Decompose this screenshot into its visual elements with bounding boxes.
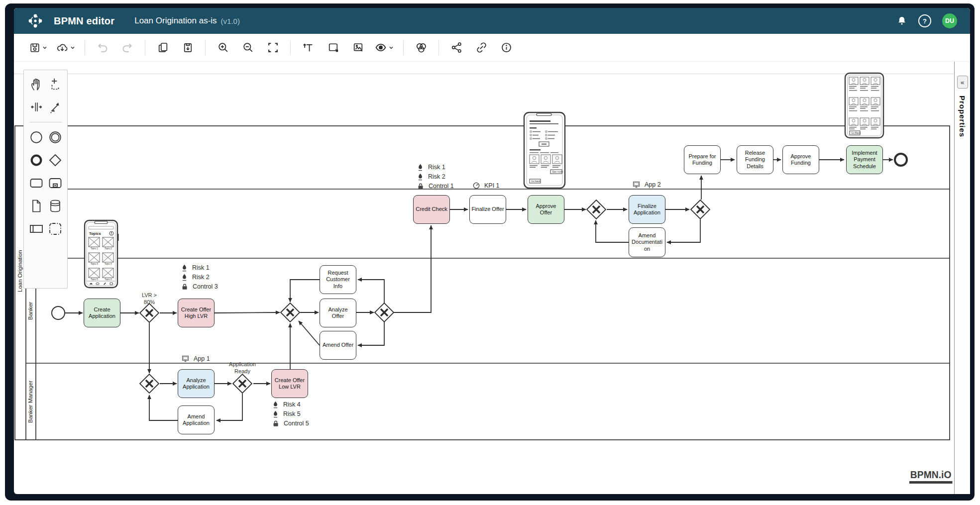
avatar[interactable]: DU [942, 13, 957, 28]
task-finalize-application[interactable]: Finalize Application [629, 195, 665, 224]
create-intermediate-event[interactable] [46, 127, 65, 147]
task-credit-check[interactable]: Credit Check [413, 195, 450, 224]
paste-icon [182, 41, 194, 54]
create-task[interactable] [27, 173, 46, 193]
annotation-app2: App 2 [633, 181, 661, 188]
kpi-gauge-icon [473, 182, 480, 189]
share-button[interactable] [444, 38, 469, 57]
zoom-in-icon [217, 41, 229, 54]
collapse-panel-button[interactable]: « [957, 76, 968, 89]
task-finalize-offer[interactable]: Finalize Offer [469, 195, 506, 224]
text-tool-button[interactable] [296, 38, 321, 57]
task-request-customer-info[interactable]: Request Customer Info [320, 265, 356, 294]
create-end-event[interactable] [27, 150, 46, 170]
control-lock-icon [181, 283, 188, 290]
copy-button[interactable] [150, 38, 175, 57]
bpmn-io-watermark[interactable]: BPMN.iO [909, 469, 952, 484]
global-connect-tool[interactable] [46, 97, 65, 117]
help-icon[interactable]: ? [918, 14, 931, 27]
fit-viewport-button[interactable] [260, 38, 285, 57]
annotation-group-high-lvr: Risk 1 Risk 2 Control 3 [181, 264, 218, 290]
undo-icon [96, 41, 109, 54]
preview-button[interactable] [370, 38, 398, 57]
export-button[interactable] [52, 38, 80, 57]
app-surface [14, 8, 970, 494]
group-icon [48, 221, 63, 236]
palette-separator [29, 122, 62, 122]
create-data-object[interactable] [27, 196, 46, 216]
redo-button[interactable] [115, 38, 140, 57]
link-icon [475, 41, 488, 54]
zoom-in-button[interactable] [211, 38, 235, 57]
toolbar-separator [85, 40, 85, 55]
app-title: BPMN editor [54, 15, 114, 27]
task-analyze-offer[interactable]: Analyze Offer [320, 299, 356, 327]
toolbar [14, 34, 970, 62]
data-object-icon [29, 199, 44, 213]
redo-icon [121, 41, 134, 54]
canvas-top-border [14, 74, 954, 74]
task-create-application[interactable]: Create Application [84, 299, 120, 327]
document-title: Loan Origination as-is [134, 16, 217, 26]
fit-viewport-icon [267, 41, 279, 54]
gateway-label-application-ready: Application Ready [224, 361, 261, 375]
toolbar-separator [290, 40, 291, 55]
undo-button[interactable] [90, 38, 115, 57]
element-templates-button[interactable] [409, 38, 434, 57]
shape-tool-icon [327, 41, 339, 54]
create-subprocess[interactable] [46, 173, 65, 193]
lasso-tool[interactable] [46, 74, 65, 94]
toolbar-separator [438, 40, 439, 55]
create-participant[interactable] [27, 219, 46, 239]
chevron-down-icon[interactable] [42, 45, 48, 51]
copy-icon [157, 41, 169, 54]
task-amend-offer[interactable]: Amend Offer [320, 331, 356, 360]
chevron-down-icon[interactable] [70, 45, 76, 51]
notifications-bell-icon[interactable] [896, 15, 907, 27]
annotation-group-credit: Risk 1 Risk 2 Control 1 [417, 164, 454, 190]
create-data-store[interactable] [46, 196, 65, 216]
toolbar-separator [403, 40, 404, 55]
risk-pin-icon [272, 410, 279, 418]
space-tool[interactable] [27, 97, 46, 117]
chevron-down-icon[interactable] [388, 45, 394, 51]
task-release-funding-details[interactable]: Release Funding Details [737, 145, 773, 174]
task-analyze-application[interactable]: Analyze Application [178, 369, 215, 398]
element-templates-icon [415, 41, 428, 54]
save-button[interactable] [25, 38, 52, 57]
info-button[interactable] [494, 38, 519, 57]
eye-icon [374, 41, 387, 54]
task-implement-payment-schedule[interactable]: Implement Payment Schedule [846, 145, 883, 174]
task-approve-offer[interactable]: Approve Offer [528, 195, 564, 224]
zoom-out-button[interactable] [235, 38, 260, 57]
link-button[interactable] [469, 38, 494, 57]
create-group[interactable] [46, 219, 65, 239]
gateway-icon [48, 153, 63, 168]
shape-tool-button[interactable] [321, 38, 345, 57]
task-prepare-for-funding[interactable]: Prepare for Funding [684, 145, 721, 174]
text-tool-icon [302, 41, 315, 54]
export-cloud-icon [56, 42, 69, 54]
lane-label-banker-manager[interactable]: Banker Manager [25, 363, 35, 440]
image-tool-button[interactable] [345, 38, 370, 57]
intermediate-event-icon [48, 130, 63, 145]
app-monitor-icon [182, 355, 189, 362]
data-store-icon [48, 199, 63, 213]
task-amend-documentation[interactable]: Amend Documentation [629, 227, 665, 257]
space-tool-icon [29, 100, 43, 114]
task-amend-application[interactable]: Amend Application [178, 405, 215, 434]
risk-pin-icon [417, 164, 424, 171]
paste-button[interactable] [175, 38, 200, 57]
create-start-event[interactable] [27, 127, 46, 147]
header: BPMN editor Loan Origination as-is (v1.0… [14, 8, 970, 34]
share-icon [450, 41, 463, 54]
info-icon [500, 41, 513, 54]
task-create-offer-high-lvr[interactable]: Create Offer High LVR [178, 299, 215, 327]
task-approve-funding[interactable]: Approve Funding [782, 145, 819, 174]
annotation-app1: App 1 [182, 355, 210, 362]
create-gateway[interactable] [46, 150, 65, 170]
end-event-icon [29, 153, 44, 168]
hand-tool[interactable] [27, 74, 46, 94]
task-create-offer-low-lvr[interactable]: Create Offer Low LVR [271, 369, 308, 398]
save-icon [29, 42, 41, 54]
